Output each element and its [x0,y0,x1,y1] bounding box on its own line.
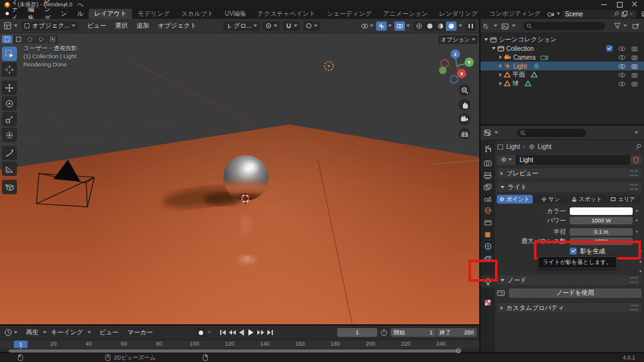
close-button[interactable] [631,1,638,8]
new-collection-icon[interactable] [632,23,640,30]
menu-object[interactable]: オブジェクト [153,21,201,30]
panel-grip[interactable] [630,184,638,190]
keyframe-dot[interactable] [636,219,638,221]
playhead[interactable]: 1 [14,341,28,348]
tab-render[interactable] [480,157,495,168]
eye-icon[interactable] [618,46,626,52]
timeline-ruler[interactable]: 20 40 60 80 100 120 140 160 180 200 220 … [0,340,479,348]
render-visibility-icon[interactable] [631,81,639,87]
tool-cursor[interactable] [2,62,17,77]
perspective-toggle-button[interactable] [458,128,470,140]
use-nodes-button[interactable]: ノードを使用 [509,288,641,298]
tab-world[interactable] [480,205,495,216]
panel-grip[interactable] [630,305,638,310]
maximize-button[interactable] [616,1,623,8]
outliner-editor-icon[interactable] [483,23,491,30]
workspace-tab-modeling[interactable]: モデリング [132,9,175,19]
select-lasso-button[interactable] [36,35,47,43]
keyframe-dot[interactable] [636,231,638,233]
menu-select[interactable]: 選択 [111,21,132,30]
tool-measure[interactable] [2,162,17,176]
tool-annotate[interactable] [2,146,17,160]
tool-select-box[interactable] [2,47,17,61]
shading-rendered[interactable] [446,21,457,31]
mode-dropdown[interactable]: オブジェク... [21,21,78,31]
display-mode-icon[interactable] [501,23,509,30]
radius-field[interactable]: 0.1 m [570,228,633,236]
scene-collection-row[interactable]: シーンコレクション [480,35,644,44]
id-name-field[interactable]: Light [516,155,630,165]
gizmo-minus-z[interactable] [450,75,458,83]
workspace-tab-compositing[interactable]: コンポジティング [484,9,547,19]
light-panel-header[interactable]: ライト [497,182,641,192]
orientation-dropdown[interactable]: グロ... [223,21,260,31]
options-dropdown[interactable]: オプション [438,35,478,44]
workspace-tab-texture-paint[interactable]: テクスチャペイント [252,9,321,19]
collection-checkbox[interactable] [606,45,613,52]
render-visibility-icon[interactable] [631,72,639,78]
play-button[interactable] [247,329,255,337]
start-frame-field[interactable]: 開始1 [391,328,436,337]
shading-wireframe[interactable] [414,21,425,31]
shading-material[interactable] [435,21,446,31]
keyframe-dot[interactable] [640,270,641,272]
tab-scene[interactable] [480,193,495,204]
menu-add[interactable]: 追加 [132,21,153,30]
workspace-tab-shading[interactable]: シェーディング [321,9,377,19]
menu-playback[interactable]: 再生 [21,328,43,337]
tab-tool[interactable] [480,143,495,155]
camera-view-button[interactable] [458,113,470,125]
pause-render-button[interactable] [466,21,475,31]
keyframe-dot[interactable] [636,210,638,212]
pin-icon[interactable] [635,143,641,150]
tool-move[interactable] [2,80,17,95]
prev-keyframe-button[interactable] [228,329,236,337]
collection-row[interactable]: Collection [480,44,644,53]
tool-rotate[interactable] [2,96,17,111]
workspace-tab-uv[interactable]: UV編集 [219,9,252,19]
tab-output[interactable] [480,170,495,181]
light-type-spot[interactable]: スポット [569,195,605,204]
render-visibility-icon[interactable] [631,55,639,60]
select-tweak-button[interactable] [2,35,13,43]
color-swatch[interactable] [570,207,633,215]
scene-selector[interactable]: Scene × [562,10,636,18]
tab-constraints[interactable] [480,241,495,252]
eye-icon[interactable] [618,81,626,87]
custom-properties-panel-header[interactable]: カスタムプロパティ [497,303,641,312]
filter-icon[interactable] [614,23,621,29]
light-type-point[interactable]: ポイント [497,195,533,204]
gizmos-toggle[interactable] [376,21,387,31]
menu-view[interactable]: ビュー [83,21,111,30]
use-preview-range-icon[interactable] [380,329,388,336]
pivot-dropdown[interactable] [263,21,280,31]
snap-toggle[interactable] [283,21,300,31]
breadcrumb-data[interactable]: Light [538,143,552,150]
editor-type-icon[interactable] [4,22,13,30]
tab-view-layer[interactable] [480,181,495,192]
viewport-3d[interactable]: オブジェク... ビュー 選択 追加 オブジェクト グロ... [0,19,479,324]
plane-row[interactable]: 平面 [480,70,644,79]
camera-row[interactable]: Camera [480,53,644,62]
tab-texture[interactable] [480,297,495,308]
copy-icon[interactable] [621,11,628,17]
sphere-row[interactable]: 球 [480,79,644,88]
panel-grip[interactable] [630,170,638,176]
properties-search[interactable] [517,129,586,137]
pin-icon[interactable] [613,11,619,17]
fake-user-shield-button[interactable] [630,155,641,165]
keyframe-dot[interactable] [640,261,641,263]
menu-view[interactable]: ビュー [95,328,123,337]
current-frame-field[interactable]: 1 [337,328,377,337]
light-type-sun[interactable]: サン [533,195,569,204]
power-field[interactable]: 1000 W [570,217,633,224]
show-hide-icon[interactable] [361,23,369,30]
play-reverse-button[interactable] [238,329,246,337]
workspace-tab-sculpt[interactable]: スカルプト [175,9,219,19]
shading-solid[interactable] [425,21,435,31]
scene-browse-chevron[interactable] [557,13,560,15]
navigation-gizmo[interactable]: Z Y X [437,47,476,85]
outliner-search[interactable] [523,22,605,30]
timeline-scrollbar[interactable] [9,349,460,353]
id-type-button[interactable] [497,155,516,165]
